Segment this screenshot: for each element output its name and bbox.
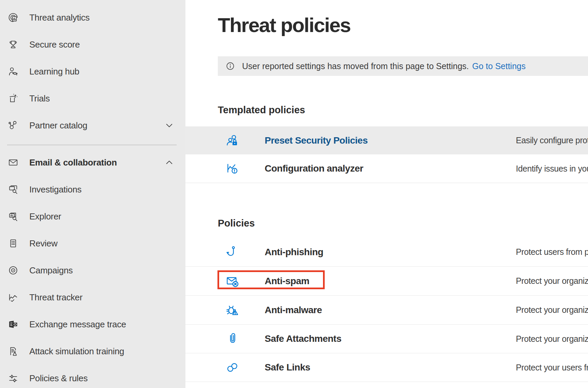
templated-policies-heading: Templated policies: [218, 105, 305, 116]
row-label: Anti-spam: [265, 276, 309, 287]
chain-links-icon: [225, 360, 239, 375]
sidebar-divider: [7, 145, 177, 145]
sidebar-item-trials[interactable]: Trials: [0, 85, 185, 112]
row-safe-attachments[interactable]: Safe Attachments Protect your organiz: [185, 325, 588, 353]
row-anti-malware[interactable]: Anti-malware Protect your organiz: [185, 296, 588, 325]
sidebar-item-review[interactable]: Review: [0, 230, 185, 257]
sidebar-item-threat-tracker[interactable]: Threat tracker: [0, 284, 185, 311]
row-configuration-analyzer[interactable]: Configuration analyzer Identify issues i…: [185, 154, 588, 183]
row-label: Anti-phishing: [265, 247, 323, 258]
sidebar-item-explorer[interactable]: Explorer: [0, 203, 185, 230]
bug-warning-icon: [225, 303, 239, 317]
row-description: Identify issues in you: [516, 164, 588, 174]
row-label: Anti-malware: [265, 305, 322, 316]
envelope-icon: [7, 157, 19, 168]
chevron-up-icon[interactable]: [165, 158, 174, 167]
main-content: Threat policies User reported settings h…: [185, 0, 588, 388]
chart-trend-icon: [7, 292, 19, 303]
sidebar-item-attack-simulation-training[interactable]: Attack simulation training: [0, 338, 185, 365]
fish-hook-icon: [225, 245, 239, 259]
policies-heading: Policies: [218, 218, 255, 229]
row-anti-spam[interactable]: Anti-spam Protect your organiz: [185, 267, 588, 296]
sidebar-item-secure-score[interactable]: Secure score: [0, 31, 185, 58]
threat-policies-page: Threat analytics Secure score Learning h…: [0, 0, 588, 388]
people-lock-icon: [225, 133, 239, 148]
sidebar-item-learning-hub[interactable]: Learning hub: [0, 58, 185, 85]
row-label: Safe Attachments: [265, 333, 341, 344]
chevron-down-icon[interactable]: [165, 121, 174, 130]
paperclip-icon: [225, 332, 239, 346]
sidebar-item-label: Learning hub: [29, 66, 79, 77]
sidebar-item-investigations[interactable]: Investigations: [0, 176, 185, 203]
page-title: Threat policies: [218, 14, 350, 36]
sidebar-item-threat-analytics[interactable]: Threat analytics: [0, 4, 185, 31]
sidebar-item-label: Threat tracker: [29, 292, 83, 303]
trials-gift-icon: [7, 93, 19, 104]
document-flask-icon: [7, 346, 19, 357]
sliders-icon: [7, 372, 19, 384]
banner-message: User reported settings has moved from th…: [242, 61, 469, 71]
review-list-icon: [7, 238, 19, 249]
threat-analytics-icon: [7, 12, 19, 23]
sidebar-item-label: Threat analytics: [29, 12, 90, 23]
sidebar-item-email-collaboration[interactable]: Email & collaboration: [0, 149, 185, 176]
partner-catalog-icon: [7, 120, 19, 131]
row-description: Protect your organiz: [516, 305, 588, 315]
sidebar-item-label: Policies & rules: [29, 373, 88, 384]
sidebar-item-label: Secure score: [29, 39, 80, 50]
learning-hub-icon: [7, 66, 19, 77]
sidebar-item-label: Trials: [29, 93, 50, 104]
sidebar: Threat analytics Secure score Learning h…: [0, 0, 185, 388]
mail-block-icon: [225, 274, 239, 288]
sidebar-item-label: Review: [29, 238, 57, 249]
sidebar-item-label: Campaigns: [29, 265, 73, 276]
row-label: Safe Links: [265, 362, 310, 373]
row-label: Configuration analyzer: [265, 163, 363, 174]
go-to-settings-link[interactable]: Go to Settings: [472, 61, 526, 71]
sidebar-item-label: Email & collaboration: [29, 157, 117, 168]
exchange-logo-icon: [7, 319, 19, 330]
row-description: Protect your organiz: [516, 276, 588, 286]
info-banner: User reported settings has moved from th…: [218, 56, 588, 76]
row-description: Protect users from p: [516, 247, 588, 257]
bullseye-icon: [7, 265, 19, 276]
sidebar-item-exchange-message-trace[interactable]: Exchange message trace: [0, 311, 185, 338]
sidebar-item-policies-rules[interactable]: Policies & rules: [0, 365, 185, 388]
sidebar-item-partner-catalog[interactable]: Partner catalog: [0, 112, 185, 139]
chart-alert-icon: [225, 161, 239, 176]
sidebar-item-label: Explorer: [29, 211, 61, 222]
row-description: Protect your organiz: [516, 334, 588, 344]
row-preset-security-policies[interactable]: Preset Security Policies Easily configur…: [185, 126, 588, 154]
row-anti-phishing[interactable]: Anti-phishing Protect users from p: [185, 238, 588, 267]
sidebar-item-label: Attack simulation training: [29, 346, 124, 357]
row-description: Easily configure prot: [516, 136, 588, 145]
info-icon: [225, 61, 235, 71]
investigations-icon: [7, 184, 19, 195]
sidebar-item-label: Exchange message trace: [29, 319, 126, 330]
trophy-icon: [7, 39, 19, 50]
explorer-icon: [7, 211, 19, 222]
sidebar-item-campaigns[interactable]: Campaigns: [0, 257, 185, 284]
row-description: Protect your users fr: [516, 363, 588, 372]
row-label: Preset Security Policies: [265, 135, 368, 146]
sidebar-item-label: Investigations: [29, 184, 82, 195]
row-safe-links[interactable]: Safe Links Protect your users fr: [185, 353, 588, 382]
sidebar-item-label: Partner catalog: [29, 120, 87, 131]
